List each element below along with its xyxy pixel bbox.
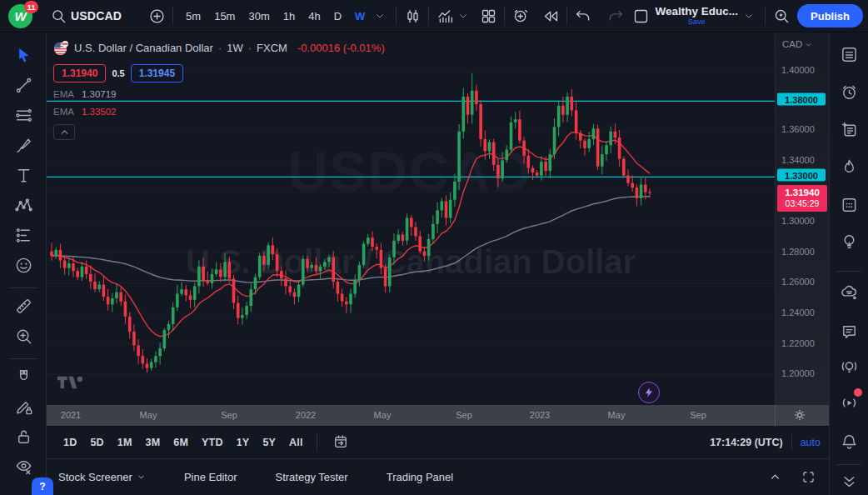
range-ytd[interactable]: YTD xyxy=(195,432,230,452)
go-to-date-icon[interactable] xyxy=(332,433,351,452)
sell-button[interactable]: 1.31940 xyxy=(53,64,106,82)
symbol-title-row[interactable]: U.S. Dollar / Canadian Dollar · 1W · FXC… xyxy=(53,39,388,57)
compare-add-icon[interactable] xyxy=(147,7,166,25)
hide-drawings[interactable] xyxy=(11,453,36,478)
panel-tab-pine-editor[interactable]: Pine Editor xyxy=(184,471,237,483)
save-layout-icon[interactable] xyxy=(632,7,651,25)
indicators-chevron-icon[interactable] xyxy=(454,7,472,25)
panel-tab-trading-panel[interactable]: Trading Panel xyxy=(387,471,453,483)
bar-replay-icon[interactable] xyxy=(541,7,560,25)
divider xyxy=(8,288,38,288)
cursor-tool[interactable] xyxy=(11,42,36,68)
notification-count-badge: 11 xyxy=(24,1,38,13)
price-tick: 1.24000 xyxy=(781,308,815,318)
ideas-panel[interactable] xyxy=(836,229,861,254)
interval-4h[interactable]: 4h xyxy=(302,6,326,27)
price-level-label[interactable]: 1.33000 xyxy=(777,169,826,182)
watchlist-panel[interactable] xyxy=(836,42,861,67)
live-notification-dot xyxy=(854,388,862,397)
interval-30m[interactable]: 30m xyxy=(242,6,275,27)
undo-icon[interactable] xyxy=(574,7,592,25)
create-alert-icon[interactable] xyxy=(511,7,530,25)
divider xyxy=(775,405,776,427)
panel-maximize-icon[interactable] xyxy=(799,468,817,487)
account-logo[interactable]: W 11 xyxy=(0,0,45,32)
range-6m[interactable]: 6M xyxy=(167,432,195,452)
collapse-sidebar[interactable] xyxy=(836,469,861,494)
symbol-title[interactable]: U.S. Dollar / Canadian Dollar xyxy=(74,42,213,54)
collapse-legend-button[interactable] xyxy=(53,124,75,140)
buy-button[interactable]: 1.31945 xyxy=(131,64,183,82)
interval-1h[interactable]: 1h xyxy=(277,6,301,27)
forecast-tool[interactable] xyxy=(11,222,36,248)
panel-tab-stock-screener[interactable]: Stock Screener xyxy=(58,471,146,483)
fib-lines-tool[interactable] xyxy=(11,102,36,128)
range-1d[interactable]: 1D xyxy=(57,432,83,452)
currency-dropdown[interactable]: CAD xyxy=(782,39,812,49)
range-1m[interactable]: 1M xyxy=(111,432,139,452)
layout-name-block[interactable]: Wealthy Educ... Save xyxy=(656,6,739,27)
streams-panel[interactable] xyxy=(836,390,861,415)
price-tick: 1.34000 xyxy=(781,155,815,165)
layout-chevron-icon[interactable] xyxy=(740,7,758,25)
range-5y[interactable]: 5Y xyxy=(256,432,282,452)
quick-search-icon[interactable] xyxy=(772,7,791,25)
notifications-panel[interactable] xyxy=(836,429,861,454)
trend-line-tool[interactable] xyxy=(11,72,36,98)
publish-button[interactable]: Publish xyxy=(797,4,863,28)
indicator-row-ema-slow[interactable]: EMA 1.30719 xyxy=(53,88,122,100)
divider xyxy=(428,7,429,25)
magnet-mode[interactable] xyxy=(11,364,36,389)
symbol-exchange[interactable]: FXCM xyxy=(257,42,287,54)
indicators-icon[interactable] xyxy=(436,7,454,25)
boost-button[interactable] xyxy=(638,382,660,403)
interval-5m[interactable]: 5m xyxy=(180,6,207,27)
interval-D[interactable]: D xyxy=(328,6,347,27)
live-ideas-panel[interactable] xyxy=(836,354,861,379)
panel-tab-strategy-tester[interactable]: Strategy Tester xyxy=(275,471,347,483)
chat-panel[interactable] xyxy=(836,319,861,344)
dot-separator: · xyxy=(248,42,252,54)
layout-grid-icon[interactable] xyxy=(479,7,497,25)
lock-drawings[interactable] xyxy=(11,424,36,449)
measure-tool[interactable] xyxy=(11,293,36,318)
layout-name[interactable]: Wealthy Educ... xyxy=(656,6,739,18)
symbol-search-button[interactable]: USDCAD xyxy=(45,2,126,29)
price-level-label[interactable]: 1.38000 xyxy=(777,93,826,106)
help-chat-button[interactable]: ? xyxy=(32,478,53,495)
price-axis[interactable]: CAD 1.400001.360001.340001.300001.280001… xyxy=(775,32,829,405)
range-all[interactable]: All xyxy=(282,432,310,452)
notes-panel[interactable] xyxy=(836,117,861,142)
alerts-panel[interactable] xyxy=(836,79,861,104)
zoom-in-tool[interactable] xyxy=(11,323,36,348)
redo-icon[interactable] xyxy=(606,7,624,25)
minds-panel[interactable] xyxy=(836,281,861,306)
xabcd-pattern-tool[interactable] xyxy=(11,192,36,218)
drawing-toolbar xyxy=(0,32,47,495)
server-clock[interactable]: 17:14:29 (UTC) xyxy=(710,437,783,448)
indicator-row-ema-fast[interactable]: EMA 1.33502 xyxy=(53,106,122,118)
indicator-value: 1.30719 xyxy=(82,89,117,99)
emoji-tool[interactable] xyxy=(11,252,36,278)
text-tool[interactable] xyxy=(11,162,36,188)
interval-chevron-icon[interactable] xyxy=(371,7,389,25)
candle-style-icon[interactable] xyxy=(403,7,422,25)
tradingview-logo[interactable] xyxy=(57,375,87,392)
range-3m[interactable]: 3M xyxy=(139,432,167,452)
time-tick: Sep xyxy=(456,410,472,420)
drawing-mode[interactable] xyxy=(11,394,36,419)
calendar-panel[interactable] xyxy=(836,192,861,217)
hotlists-panel[interactable] xyxy=(836,154,861,179)
range-1y[interactable]: 1Y xyxy=(230,432,257,452)
brush-tool[interactable] xyxy=(11,132,36,158)
auto-scale-button[interactable]: auto xyxy=(801,437,821,448)
symbol-interval[interactable]: 1W xyxy=(227,42,243,54)
axis-settings-gear-icon[interactable] xyxy=(792,408,809,424)
interval-W[interactable]: W xyxy=(349,6,371,27)
range-5d[interactable]: 5D xyxy=(83,432,110,452)
save-label[interactable]: Save xyxy=(688,18,706,26)
interval-15m[interactable]: 15m xyxy=(208,6,241,27)
spread-value: 0.5 xyxy=(112,68,124,78)
panel-expand-icon[interactable] xyxy=(766,468,784,487)
time-axis[interactable]: 2021MaySep2022MaySep2023MaySep xyxy=(47,405,829,427)
